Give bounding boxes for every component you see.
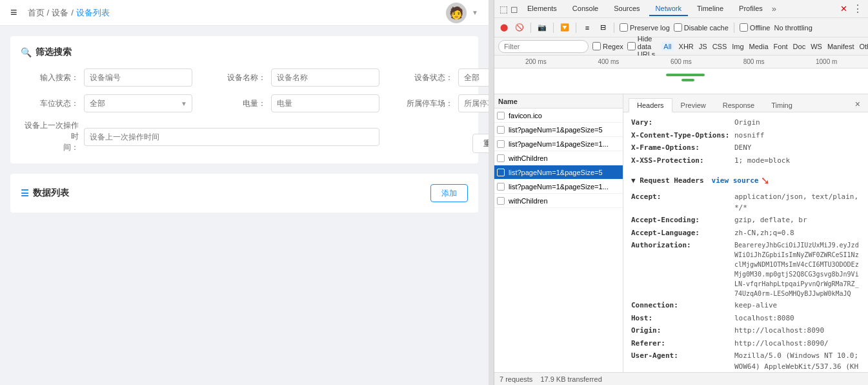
toggle-request-headers[interactable]: ▼ Request Headers bbox=[631, 176, 704, 185]
preserve-log-checkbox[interactable] bbox=[620, 23, 628, 32]
input-parking[interactable] bbox=[458, 94, 489, 112]
details-content: Vary: Origin X-Content-Type-Options: nos… bbox=[623, 112, 868, 372]
regex-label[interactable]: Regex bbox=[592, 42, 623, 50]
avatar[interactable]: 🧑 bbox=[446, 3, 467, 23]
panel-divider[interactable] bbox=[489, 0, 494, 385]
avatar-area: 🧑 ▼ bbox=[446, 3, 478, 23]
inspect-icon[interactable]: ◻ bbox=[510, 4, 518, 14]
view-grid-icon[interactable]: ⊟ bbox=[597, 22, 609, 34]
hide-data-urls-label[interactable]: Hide data URLs bbox=[627, 35, 656, 58]
filter-tag-css[interactable]: CSS bbox=[712, 43, 727, 50]
input-device-name[interactable] bbox=[271, 68, 379, 87]
filter-search-icon: 🔍 bbox=[21, 47, 32, 57]
request-item-4[interactable]: list?pageNum=1&pageSize=5 bbox=[494, 165, 623, 180]
more-tabs-icon[interactable]: » bbox=[772, 4, 776, 14]
tab-elements[interactable]: Elements bbox=[521, 2, 563, 16]
disable-cache-checkbox[interactable] bbox=[674, 23, 682, 32]
view-source-link[interactable]: view source bbox=[712, 176, 759, 185]
request-item-3[interactable]: withChildren bbox=[494, 151, 623, 165]
filter-row-parking-status: 车位状态： 全部 ▼ bbox=[21, 94, 192, 112]
header-referer: Referer: http://localhost:8090/ bbox=[631, 338, 860, 349]
filter-tag-img[interactable]: Img bbox=[732, 43, 743, 50]
header-origin: Origin: http://localhost:8090 bbox=[631, 326, 860, 337]
select-device-status[interactable]: 全部 bbox=[458, 68, 489, 87]
header-value-host: localhost:8080 bbox=[734, 313, 794, 324]
regex-checkbox[interactable] bbox=[592, 42, 601, 50]
req-name-4: list?pageNum=1&pageSize=5 bbox=[509, 169, 620, 176]
header-value-accept: application/json, text/plain, */* bbox=[734, 192, 860, 213]
header-name-accept-encoding: Accept-Encoding: bbox=[631, 215, 734, 226]
header-name-connection: Connection: bbox=[631, 300, 734, 311]
timeline-area: 200 ms 400 ms 600 ms 800 ms 1000 m bbox=[494, 56, 868, 94]
tab-console[interactable]: Console bbox=[566, 2, 605, 16]
input-battery[interactable] bbox=[271, 94, 379, 112]
tab-network[interactable]: Network bbox=[649, 2, 688, 16]
hide-data-urls-checkbox[interactable] bbox=[627, 42, 636, 50]
header-xfo: X-Frame-Options: DENY bbox=[631, 143, 860, 154]
filter-tag-js[interactable]: JS bbox=[699, 43, 707, 50]
tab-timeline[interactable]: Timeline bbox=[691, 2, 730, 16]
offline-checkbox[interactable] bbox=[740, 23, 748, 32]
request-item-2[interactable]: list?pageNum=1&pageSize=1... bbox=[494, 137, 623, 151]
request-item-1[interactable]: list?pageNum=1&pageSize=5 bbox=[494, 123, 623, 137]
data-header: ☰ 数据列表 添加 bbox=[21, 184, 468, 202]
filter-row-battery: 电量： bbox=[208, 94, 379, 112]
label-device-id: 输入搜索： bbox=[21, 72, 79, 83]
request-item-0[interactable]: favicon.ico bbox=[494, 109, 623, 123]
tab-profiles[interactable]: Profiles bbox=[732, 2, 769, 16]
timeline-ruler: 200 ms 400 ms 600 ms 800 ms 1000 m bbox=[494, 56, 868, 68]
offline-label[interactable]: Offline bbox=[740, 23, 771, 32]
input-last-op[interactable] bbox=[84, 128, 379, 146]
filter-tag-other[interactable]: Other bbox=[859, 43, 868, 50]
req-name-6: withChildren bbox=[509, 197, 620, 205]
cursor-icon[interactable]: ⬚ bbox=[500, 4, 508, 14]
reset-button[interactable]: 重置 bbox=[472, 134, 489, 153]
network-filter-input[interactable] bbox=[498, 40, 589, 53]
request-item-6[interactable]: withChildren bbox=[494, 194, 623, 208]
header-value-xxss: 1; mode=block bbox=[734, 156, 790, 167]
header-accept-lang: Accept-Language: zh-CN,zh;q=0.8 bbox=[631, 228, 860, 239]
preserve-log-label[interactable]: Preserve log bbox=[620, 23, 670, 32]
filter-tag-ws[interactable]: WS bbox=[811, 43, 822, 50]
camera-button[interactable]: 📷 bbox=[536, 22, 548, 34]
breadcrumb-devices[interactable]: 设备 bbox=[52, 7, 68, 19]
input-device-id[interactable] bbox=[84, 68, 192, 87]
breadcrumb-home[interactable]: 首页 bbox=[28, 7, 45, 19]
filter-tag-media[interactable]: Media bbox=[749, 43, 769, 50]
filter-icon[interactable]: 🔽 bbox=[559, 22, 570, 34]
details-close-button[interactable]: × bbox=[853, 96, 863, 112]
data-section: ☰ 数据列表 添加 bbox=[10, 174, 478, 213]
add-button[interactable]: 添加 bbox=[430, 184, 468, 202]
filter-tag-font[interactable]: Font bbox=[774, 43, 788, 50]
tab-preview[interactable]: Preview bbox=[672, 98, 714, 112]
label-battery: 电量： bbox=[208, 98, 266, 109]
filter-tag-xhr[interactable]: XHR bbox=[679, 43, 694, 50]
devtools-more-icon[interactable]: ⋮ bbox=[853, 3, 863, 15]
header-name-ua: User-Agent: bbox=[631, 351, 734, 372]
filter-tag-doc[interactable]: Doc bbox=[793, 43, 806, 50]
label-device-name: 设备名称： bbox=[208, 72, 266, 83]
main-content: 🔍 筛选搜索 输入搜索： 设备名称： 设备状态： 全部 bbox=[0, 26, 489, 385]
hamburger-icon[interactable]: ≡ bbox=[10, 6, 17, 19]
filter-tag-all[interactable]: All bbox=[661, 42, 673, 51]
record-button[interactable]: ⬤ bbox=[498, 22, 510, 34]
filter-tag-manifest[interactable]: Manifest bbox=[827, 43, 854, 50]
req-checkbox-4 bbox=[497, 169, 505, 176]
tab-timing[interactable]: Timing bbox=[763, 98, 801, 112]
header-name-referer: Referer: bbox=[631, 338, 734, 349]
toolbar-separator-3 bbox=[576, 23, 576, 33]
clear-button[interactable]: 🚫 bbox=[514, 22, 525, 34]
tab-sources[interactable]: Sources bbox=[607, 2, 646, 16]
tab-response[interactable]: Response bbox=[714, 98, 763, 112]
filter-tags: All XHR JS CSS Img Media Font Doc WS Man… bbox=[661, 42, 868, 51]
select-parking-status[interactable]: 全部 bbox=[84, 94, 192, 112]
avatar-dropdown-icon[interactable]: ▼ bbox=[472, 9, 478, 16]
view-list-icon[interactable]: ≡ bbox=[581, 22, 593, 34]
disable-cache-label[interactable]: Disable cache bbox=[674, 23, 729, 32]
select-wrapper-device-status: 全部 ▼ bbox=[458, 68, 489, 87]
request-item-5[interactable]: list?pageNum=1&pageSize=1... bbox=[494, 180, 623, 194]
tab-headers[interactable]: Headers bbox=[629, 98, 672, 112]
header-name-origin: Origin: bbox=[631, 326, 734, 337]
devtools-close-icon[interactable]: ✕ bbox=[840, 4, 847, 14]
header-connection: Connection: keep-alive bbox=[631, 300, 860, 311]
